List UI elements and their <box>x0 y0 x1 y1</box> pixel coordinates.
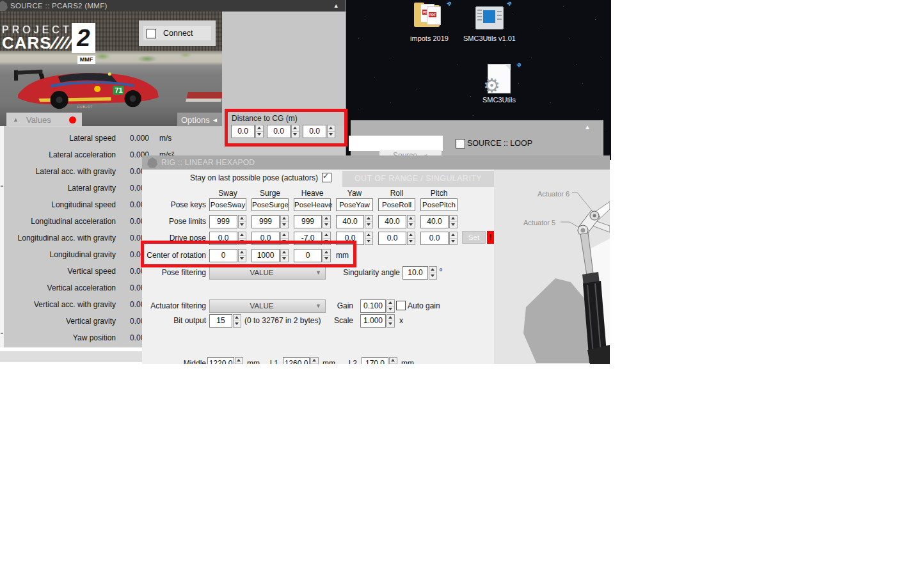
shortcut-arrow-icon: » <box>513 60 522 69</box>
pose-key-heave-input[interactable]: PoseHeave <box>294 198 331 211</box>
desktop-icon-impots-2019[interactable]: PDF PDF » impots 2019 <box>400 1 459 42</box>
pose-limit-heave-stepper[interactable]: 999 <box>294 215 331 228</box>
desktop-icon-label: SMC3Utils v1.01 <box>460 35 519 42</box>
center-rotation-x-stepper[interactable]: 0 <box>209 249 246 262</box>
l2-stepper[interactable]: 170.0 <box>362 357 397 364</box>
bit-output-stepper[interactable]: 15 <box>209 314 241 328</box>
pose-filtering-dropdown[interactable]: VALUE ▼ <box>209 266 326 280</box>
stay-on-last-pose-label: Stay on last possible pose (actuators) <box>142 173 318 182</box>
distance-cg-y-stepper[interactable]: 0.0 <box>267 125 299 138</box>
pose-limit-sway-stepper[interactable]: 999 <box>209 215 246 228</box>
tab-values[interactable]: ▲ Values <box>6 113 82 127</box>
drive-pose-sway-stepper[interactable]: 0.0 <box>209 232 246 245</box>
gain-stepper[interactable]: 0.100 <box>360 299 395 313</box>
pose-limit-surge-stepper[interactable]: 999 <box>251 215 289 228</box>
alert-indicator: ! <box>487 231 494 244</box>
source-pcars2-title: SOURCE :: PCARS2 (MMF) <box>10 2 108 10</box>
pose-key-surge-input[interactable]: PoseSurge <box>251 198 289 211</box>
drive-pose-yaw-stepper[interactable]: 0.0 <box>336 232 373 245</box>
singularity-angle-stepper[interactable]: 10.0 <box>402 266 437 280</box>
drive-pose-pitch-stepper[interactable]: 0.0 <box>420 232 458 245</box>
collapse-up-icon[interactable]: ▲ <box>333 2 339 10</box>
middle-stepper[interactable]: 1220.0 <box>207 357 243 364</box>
pose-key-roll-input[interactable]: PoseRoll <box>378 198 415 211</box>
pose-keys-label: Pose keys <box>142 200 206 209</box>
column-header-roll: Roll <box>378 189 415 198</box>
logo-number-box: 2 <box>72 23 95 53</box>
collapse-up-icon: ▲ <box>13 116 19 123</box>
desktop-icon-smc3utils[interactable]: ⚙ » SMC3Utils <box>470 63 529 104</box>
desktop-icon-label: impots 2019 <box>400 35 459 42</box>
gear-icon: ⚙ <box>483 76 500 95</box>
drive-pose-label: Drive pose <box>142 234 206 242</box>
scale-stepper[interactable]: 1.000 <box>360 314 395 328</box>
tab-options[interactable]: Options ◄ <box>177 113 222 127</box>
spinner-buttons[interactable] <box>255 125 264 138</box>
center-rotation-unit: mm <box>336 251 354 260</box>
arrow-left-icon: ◄ <box>212 116 218 123</box>
source-loop-checkbox[interactable] <box>456 139 465 148</box>
desktop-icon-label: SMC3Utils <box>470 96 529 104</box>
out-of-range-indicator: OUT OF RANGE / SINGULARITY <box>342 171 494 187</box>
distance-cg-z-stepper[interactable]: 0.0 <box>303 125 335 138</box>
shortcut-arrow-icon: » <box>504 0 513 8</box>
car-brand-text: HUBLOT <box>77 106 93 109</box>
singularity-angle-unit: º <box>440 267 447 274</box>
actuator-5-label: Actuator 5 <box>523 219 555 226</box>
check-icon: ✓ <box>323 171 329 180</box>
center-rotation-y-stepper[interactable]: 1000 <box>251 249 289 262</box>
actuator-6-label: Actuator 6 <box>538 190 569 198</box>
pose-key-yaw-input[interactable]: PoseYaw <box>336 198 373 211</box>
background-window-strip <box>0 351 142 362</box>
l1-stepper[interactable]: 1260.0 <box>283 357 319 364</box>
column-header-surge: Surge <box>251 189 289 198</box>
center-rotation-z-stepper[interactable]: 0 <box>294 249 331 262</box>
spinner-buttons[interactable] <box>327 125 335 138</box>
column-header-yaw: Yaw <box>336 189 373 198</box>
rig-3d-render: Actuator 6 Actuator 5 <box>494 170 610 364</box>
pcars2-artwork: 71 HUBLOT PROJECT CARS//// 2 MMF Connect <box>0 12 222 127</box>
mmf-badge: MMF <box>77 56 95 64</box>
pose-key-pitch-input[interactable]: PosePitch <box>420 198 458 211</box>
singularity-angle-label: Singularity angle <box>315 268 400 277</box>
source-pcars2-titlebar[interactable]: SOURCE :: PCARS2 (MMF) ▲ <box>0 0 346 12</box>
spinner-buttons[interactable] <box>291 125 299 138</box>
actuator-filtering-label: Actuator filtering <box>142 301 206 310</box>
drive-pose-roll-stepper[interactable]: 0.0 <box>378 232 415 245</box>
connect-panel: Connect <box>139 20 216 46</box>
screen: PDF PDF » impots 2019 » SMC3Utils v1.01 <box>0 0 908 588</box>
connect-checkbox[interactable] <box>147 29 156 38</box>
rig-title: RIG :: LINEAR HEXAPOD <box>161 158 255 167</box>
bit-output-label: Bit output <box>142 316 206 325</box>
actuator-render-illustration: Actuator 6 Actuator 5 <box>494 170 610 364</box>
actuator-filtering-dropdown[interactable]: VALUE ▼ <box>209 299 326 313</box>
set-button[interactable]: Set <box>462 231 486 244</box>
column-header-heave: Heave <box>294 189 331 198</box>
distance-to-cg-label: Distance to CG (m) <box>232 114 298 123</box>
l2-unit: mm <box>401 359 419 364</box>
auto-gain-checkbox[interactable] <box>396 301 406 310</box>
record-dot-icon <box>69 116 76 123</box>
module-hexagon-icon <box>0 1 8 11</box>
connect-label: Connect <box>163 29 193 38</box>
desktop-icon-smc3utils-v101[interactable]: » SMC3Utils v1.01 <box>460 1 519 42</box>
middle-label: Middle <box>164 359 206 364</box>
drive-pose-heave-stepper[interactable]: -7.0 <box>294 232 331 245</box>
rig-titlebar[interactable]: RIG :: LINEAR HEXAPOD <box>142 155 610 170</box>
gear-document-icon: ⚙ » <box>481 63 517 95</box>
app-window-icon: » <box>472 1 507 33</box>
l1-label: L1 <box>259 359 278 364</box>
car-number: 71 <box>115 86 122 94</box>
drive-pose-surge-stepper[interactable]: 0.0 <box>251 232 289 245</box>
loop-text-input[interactable] <box>349 136 443 151</box>
pose-limit-yaw-stepper[interactable]: 40.0 <box>336 215 373 228</box>
distance-cg-x-stepper[interactable]: 0.0 <box>231 125 264 138</box>
collapse-up-icon[interactable]: ▲ <box>584 123 591 131</box>
stay-on-last-pose-checkbox[interactable]: ✓ <box>322 173 331 182</box>
pose-key-sway-input[interactable]: PoseSway <box>209 198 246 211</box>
pose-limit-roll-stepper[interactable]: 40.0 <box>378 215 415 228</box>
column-header-pitch: Pitch <box>420 189 458 198</box>
pose-limit-pitch-stepper[interactable]: 40.0 <box>420 215 458 228</box>
module-hexagon-icon <box>147 157 157 168</box>
panel-edge-strip <box>0 126 4 347</box>
